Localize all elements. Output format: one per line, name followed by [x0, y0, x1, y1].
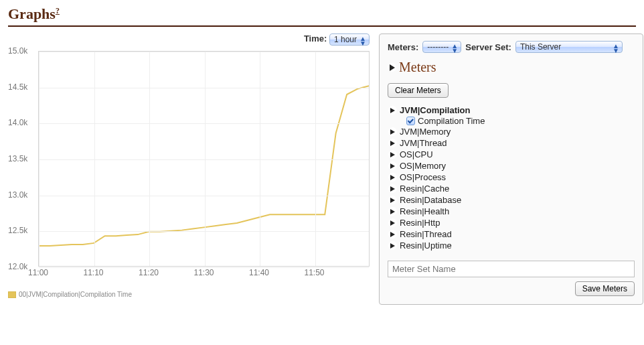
expand-icon	[388, 63, 396, 72]
meter-set-name-input[interactable]	[388, 261, 635, 277]
meters-select-value: --------	[427, 42, 449, 52]
meters-label: Meters:	[388, 42, 418, 52]
dropdown-caret-icon: ▲▼	[359, 36, 366, 46]
expand-icon	[388, 196, 397, 204]
chart-plot-area[interactable]	[38, 51, 370, 267]
chart-container: 12.0k12.5k13.0k13.5k14.0k14.5k15.0k11:00…	[8, 48, 370, 289]
time-label: Time:	[304, 33, 327, 44]
server-set-label: Server Set:	[465, 42, 511, 52]
tree-group-label: Resin|Http	[400, 218, 440, 228]
tree-group-label: JVM|Thread	[400, 138, 447, 148]
meters-select[interactable]: -------- ▲▼	[422, 41, 461, 53]
meters-tree: JVM|Compilation Compilation Time JVM|Mem…	[388, 105, 635, 251]
page-title: Graphs?	[8, 5, 636, 23]
title-separator	[8, 25, 636, 27]
meters-panel: Meters: -------- ▲▼ Server Set: This Ser…	[379, 33, 643, 305]
dropdown-caret-icon: ▲▼	[613, 44, 619, 53]
server-set-select[interactable]: This Server ▲▼	[515, 41, 623, 53]
tree-group-selected[interactable]: JVM|Compilation	[388, 105, 635, 116]
y-tick-label: 12.0k	[8, 262, 27, 271]
expand-icon	[388, 161, 397, 170]
chart-legend: 00|JVM|Compilation|Compilation Time	[8, 291, 370, 298]
clear-meters-button[interactable]: Clear Meters	[388, 83, 449, 98]
save-meters-button[interactable]: Save Meters	[575, 281, 635, 296]
tree-group[interactable]: Resin|Database	[388, 194, 635, 206]
tree-group-label: Resin|Health	[400, 206, 449, 216]
x-tick-label: 11:10	[83, 268, 103, 277]
tree-group-label: Resin|Cache	[400, 184, 449, 194]
tree-group-label: Resin|Thread	[400, 229, 452, 239]
tree-group-label: JVM|Memory	[400, 127, 451, 137]
tree-group[interactable]: OS|CPU	[388, 149, 635, 160]
tree-child-label: Compilation Time	[418, 116, 485, 126]
tree-group[interactable]: Resin|Http	[388, 217, 635, 228]
expand-icon	[388, 184, 397, 193]
chart-series-line	[39, 86, 369, 246]
expand-icon	[388, 230, 397, 238]
tree-group[interactable]: Resin|Uptime	[388, 240, 635, 251]
dropdown-caret-icon: ▲▼	[451, 44, 458, 53]
expand-icon	[388, 207, 397, 216]
tree-group[interactable]: OS|Process	[388, 171, 635, 183]
expand-icon	[388, 150, 397, 159]
y-tick-label: 14.5k	[8, 82, 27, 92]
tree-group[interactable]: JVM|Thread	[388, 137, 635, 149]
expand-icon	[388, 218, 397, 227]
x-tick-label: 11:00	[28, 268, 48, 277]
y-tick-label: 13.0k	[8, 190, 27, 200]
time-select-value: 1 hour	[334, 35, 357, 44]
time-selector-row: Time: 1 hour ▲▼	[8, 33, 370, 46]
y-tick-label: 12.5k	[8, 226, 27, 235]
y-tick-label: 14.0k	[8, 118, 27, 127]
tree-child-compilation-time[interactable]: Compilation Time	[388, 116, 635, 126]
checkbox-checked-icon[interactable]	[406, 117, 415, 125]
x-tick-label: 11:30	[193, 268, 214, 277]
collapse-icon	[388, 106, 397, 115]
expand-icon	[388, 173, 397, 182]
legend-label: 00|JVM|Compilation|Compilation Time	[19, 291, 132, 298]
server-set-value: This Server	[520, 42, 561, 52]
tree-group[interactable]: JVM|Memory	[388, 126, 635, 137]
tree-group-label: Resin|Uptime	[400, 240, 452, 251]
tree-group-label: Resin|Database	[400, 195, 461, 205]
x-tick-label: 11:20	[139, 268, 159, 277]
tree-group-label: OS|CPU	[400, 149, 433, 159]
tree-group[interactable]: OS|Memory	[388, 160, 635, 171]
page-title-text: Graphs	[8, 5, 56, 22]
y-tick-label: 13.5k	[8, 154, 27, 163]
tree-group-label: OS|Memory	[400, 161, 446, 171]
meters-heading-text: Meters	[399, 60, 436, 75]
legend-swatch	[8, 291, 16, 298]
expand-icon	[388, 241, 397, 250]
expand-icon	[388, 139, 397, 147]
tree-group-label: OS|Process	[400, 172, 446, 182]
y-tick-label: 15.0k	[8, 46, 27, 56]
tree-group[interactable]: Resin|Health	[388, 206, 635, 217]
tree-group[interactable]: Resin|Thread	[388, 228, 635, 240]
time-select[interactable]: 1 hour ▲▼	[329, 33, 370, 46]
x-tick-label: 11:50	[304, 268, 324, 277]
help-link[interactable]: ?	[56, 6, 60, 15]
expand-icon	[388, 127, 397, 136]
tree-group[interactable]: Resin|Cache	[388, 183, 635, 194]
x-tick-label: 11:40	[249, 268, 269, 277]
tree-group-label: JVM|Compilation	[400, 105, 470, 115]
meters-heading[interactable]: Meters	[388, 60, 635, 75]
